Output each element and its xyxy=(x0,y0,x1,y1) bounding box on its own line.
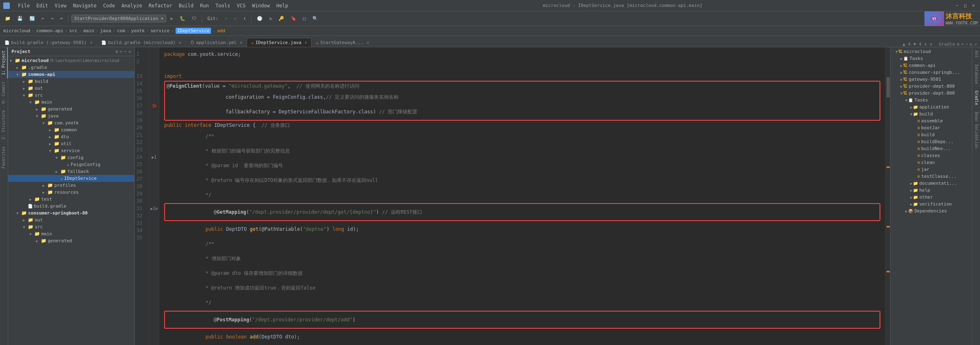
side-tab-favorites[interactable]: Favorites xyxy=(0,143,8,172)
breadcrumb-yootk[interactable]: yootk xyxy=(131,28,145,33)
toolbar-more[interactable]: □ xyxy=(301,15,308,22)
right-side-tab-bean[interactable]: Bean Validation xyxy=(972,108,980,152)
tab-startgateway[interactable]: ☕ StartGatewayA... × xyxy=(312,38,374,47)
tab-ideptservice[interactable]: ☕ IDeptService.java × xyxy=(247,38,312,47)
right-item-microcloud[interactable]: ▼ 🏗 microcloud xyxy=(892,48,970,55)
tab-close-3[interactable]: × xyxy=(240,40,242,45)
menu-file[interactable]: File xyxy=(15,2,33,9)
tree-item-service[interactable]: ▼ 📁 service xyxy=(8,147,134,154)
toolbar-debug[interactable]: 🐛 xyxy=(177,15,188,22)
toolbar-key[interactable]: 🔑 xyxy=(276,15,287,22)
tree-close[interactable]: × xyxy=(128,49,131,54)
menu-navigate[interactable]: Navigate xyxy=(70,2,100,9)
maximize-button[interactable]: □ xyxy=(962,2,969,9)
tree-item-common[interactable]: ▶ 📁 common xyxy=(8,126,134,133)
tab-close-2[interactable]: × xyxy=(179,40,181,45)
minus-icon[interactable]: − xyxy=(965,42,968,47)
toolbar-vcs2[interactable]: ✓ xyxy=(232,15,239,22)
tab-close-1[interactable]: × xyxy=(90,40,92,45)
breadcrumb-src[interactable]: src xyxy=(69,28,78,33)
tree-item-feignconfig[interactable]: ☕ FeignConfig xyxy=(8,161,134,168)
tree-item-build[interactable]: ▶ 📁 build xyxy=(8,78,134,85)
scrollbar-thumb[interactable] xyxy=(886,77,890,97)
right-item-assemble[interactable]: ⚙ assemble xyxy=(892,117,970,124)
menu-analyze[interactable]: Analyze xyxy=(118,2,145,9)
right-item-verification[interactable]: ▶ 📁 verification xyxy=(892,201,970,208)
tree-item-buildgradle[interactable]: 📄 build.gradle xyxy=(8,203,134,210)
tree-item-resources[interactable]: ▶ 📁 resources xyxy=(8,189,134,196)
breadcrumb-add[interactable]: add xyxy=(217,28,225,33)
tree-item-gradle[interactable]: ▶ 📁 .gradle xyxy=(8,64,134,71)
right-side-tab-gradle[interactable]: Gradle xyxy=(972,87,980,108)
side-tab-structure[interactable]: Z: Structure xyxy=(0,107,8,143)
tree-item-common-api[interactable]: ▼ 📁 common-api xyxy=(8,71,134,78)
menu-window[interactable]: Window xyxy=(249,2,273,9)
tree-item-consumer-main[interactable]: ▼ 📁 main xyxy=(8,230,134,237)
menu-vcs[interactable]: VCS xyxy=(234,2,249,9)
run-config-dropdown[interactable]: StartProviderDept800Application ▾ xyxy=(71,15,167,22)
right-item-classes[interactable]: ⚙ classes xyxy=(892,152,970,159)
tree-item-java[interactable]: ▼ 📁 java xyxy=(8,113,134,119)
breadcrumb-java[interactable]: java xyxy=(100,28,111,33)
tree-item-com-yootk[interactable]: ▼ 📁 com.yootk xyxy=(8,119,134,126)
right-item-provider-800-1[interactable]: ▶ 🏗 provider-dept-800 xyxy=(892,83,970,90)
tree-expand[interactable]: ↔ xyxy=(120,49,122,54)
tree-item-ideptservice[interactable]: ☕ IDeptService xyxy=(8,175,134,182)
right-item-application[interactable]: ▶ 📁 application xyxy=(892,104,970,111)
right-item-buildnee[interactable]: ⚙ buildNee... xyxy=(892,145,970,152)
tree-item-consumer-out[interactable]: ▶ 📁 out xyxy=(8,217,134,223)
plus-icon[interactable]: + xyxy=(961,42,964,47)
sync-icon[interactable]: ↻ xyxy=(970,42,973,47)
tree-item-out[interactable]: ▶ 📁 out xyxy=(8,85,134,92)
tab-build-gradle-gateway[interactable]: 📄 build.gradle (:gateway-9501) × xyxy=(0,38,97,47)
tree-item-config[interactable]: ▼ 📁 config xyxy=(8,154,134,161)
code-content[interactable]: package com.yootk.service; import @Feign… xyxy=(159,47,885,345)
code-editor[interactable]: 1 2 13 14 15 16 17 18 19 20 21 22 23 24 … xyxy=(135,47,890,345)
right-item-other[interactable]: ▶ 📁 other xyxy=(892,194,970,201)
tab-close-5[interactable]: × xyxy=(367,40,369,45)
tree-item-test[interactable]: ▶ 📁 test xyxy=(8,196,134,203)
right-item-clean[interactable]: ⚙ clean xyxy=(892,159,970,166)
right-item-build-folder[interactable]: ▼ 📁 build xyxy=(892,111,970,117)
toolbar-git[interactable]: Git: xyxy=(205,15,221,22)
tree-item-main[interactable]: ▼ 📁 main xyxy=(8,99,134,106)
tree-item-src[interactable]: ▼ 📁 src xyxy=(8,92,134,99)
tree-item-consumer-generated[interactable]: ▶ 📁 generated xyxy=(8,237,134,244)
right-item-help[interactable]: ▶ 📁 help xyxy=(892,187,970,194)
right-item-tasks[interactable]: ▶ 📋 Tasks xyxy=(892,55,970,62)
menu-code[interactable]: Code xyxy=(100,2,118,9)
toolbar-open[interactable]: 📁 xyxy=(2,15,13,22)
right-item-testclasses[interactable]: ⚙ testClasse... xyxy=(892,173,970,180)
tree-item-generated[interactable]: ▶ 📁 generated xyxy=(8,106,134,113)
menu-edit[interactable]: Edit xyxy=(33,2,51,9)
toolbar-forward[interactable]: → xyxy=(49,15,56,22)
right-item-tasks2[interactable]: ▼ 📋 Tasks xyxy=(892,97,970,104)
right-item-common-api[interactable]: ▶ 🏗 common-api xyxy=(892,62,970,69)
editor-scrollbar[interactable] xyxy=(885,47,890,345)
right-item-dependencies[interactable]: ▶ 📦 Dependencies xyxy=(892,208,970,215)
breadcrumb-ideptservice[interactable]: IDeptService xyxy=(176,28,211,34)
right-item-build-task[interactable]: ⚙ build xyxy=(892,131,970,138)
right-item-jar[interactable]: ⚙ jar xyxy=(892,166,970,173)
toolbar-search-icon[interactable]: 🔍 xyxy=(310,15,321,22)
right-item-gateway[interactable]: ▶ 🏗 gateway-9501 xyxy=(892,76,970,83)
right-item-bootjar[interactable]: ⚙ bootJar xyxy=(892,124,970,131)
breadcrumb-service[interactable]: service xyxy=(151,28,169,33)
toolbar-vcs3[interactable]: ↑ xyxy=(241,15,249,22)
tree-item-microcloud-root[interactable]: ▼ 📁 microcloud H:\workspace\idea\microcl… xyxy=(8,57,134,64)
toolbar-coverage[interactable]: 🛡 xyxy=(189,15,199,22)
toolbar-refresh[interactable]: 🔄 xyxy=(27,15,38,22)
menu-help[interactable]: Help xyxy=(273,2,292,9)
toolbar-back[interactable]: ← xyxy=(39,15,47,22)
tab-build-gradle-microcloud[interactable]: 📄 build.gradle (microcloud) × xyxy=(97,38,186,47)
close-button[interactable]: × xyxy=(970,2,977,9)
tree-item-dto[interactable]: ▶ 📁 dto xyxy=(8,133,134,140)
toolbar-clock[interactable]: 🕐 xyxy=(254,15,265,22)
side-tab-project[interactable]: 1: Project xyxy=(0,47,8,78)
breadcrumb-com[interactable]: com xyxy=(117,28,125,33)
tree-item-consumer[interactable]: ▼ 📁 consumer-springboot-80 xyxy=(8,210,134,217)
menu-refactor[interactable]: Refactor xyxy=(145,2,176,9)
menu-tools[interactable]: Tools xyxy=(212,2,234,9)
settings-icon[interactable]: ⚙ xyxy=(957,42,960,47)
tab-close-4[interactable]: × xyxy=(305,40,307,45)
